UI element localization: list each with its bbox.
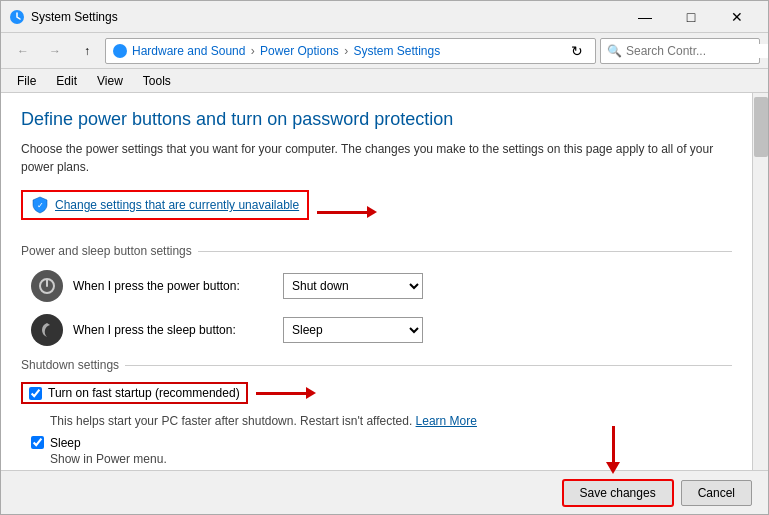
main-content: Define power buttons and turn on passwor…: [1, 93, 752, 470]
fast-startup-checkbox[interactable]: [29, 387, 42, 400]
minimize-button[interactable]: —: [622, 1, 668, 33]
addressbar: ← → ↑ Hardware and Sound › Power Options…: [1, 33, 768, 69]
shutdown-section: Shutdown settings Turn on fast startup (…: [21, 358, 732, 470]
svg-text:✓: ✓: [37, 201, 44, 210]
change-settings-row: ✓ Change settings that are currently una…: [21, 190, 732, 234]
breadcrumb-system[interactable]: System Settings: [354, 44, 441, 58]
path-icon: [112, 43, 128, 59]
refresh-button[interactable]: ↻: [565, 39, 589, 63]
search-input[interactable]: [626, 44, 769, 58]
change-link-text: Change settings that are currently unava…: [55, 198, 299, 212]
address-path: Hardware and Sound › Power Options › Sys…: [132, 44, 561, 58]
search-icon: 🔍: [607, 44, 622, 58]
scrollbar-track[interactable]: [752, 93, 768, 470]
power-section-label: Power and sleep button settings: [21, 244, 198, 258]
divider-line-2: [125, 365, 732, 366]
sleep-button-select[interactable]: Sleep Do nothing Hibernate Shut down Tur…: [283, 317, 423, 343]
fast-startup-highlighted: Turn on fast startup (recommended): [21, 382, 248, 404]
scrollbar-thumb[interactable]: [754, 97, 768, 157]
back-button[interactable]: ←: [9, 37, 37, 65]
power-button-select[interactable]: Shut down Do nothing Sleep Hibernate Tur…: [283, 273, 423, 299]
footer: Save changes Cancel: [1, 470, 768, 514]
power-button-setting: When I press the power button: Shut down…: [31, 270, 732, 302]
forward-button[interactable]: →: [41, 37, 69, 65]
system-settings-window: System Settings — □ ✕ ← → ↑ Hardware and…: [0, 0, 769, 515]
up-button[interactable]: ↑: [73, 37, 101, 65]
breadcrumb-power[interactable]: Power Options: [260, 44, 339, 58]
divider-line: [198, 251, 732, 252]
page-description: Choose the power settings that you want …: [21, 140, 732, 176]
breadcrumb-hardware[interactable]: Hardware and Sound: [132, 44, 245, 58]
fast-startup-desc: This helps start your PC faster after sh…: [50, 414, 732, 428]
menu-tools[interactable]: Tools: [135, 72, 179, 90]
sleep-checkbox-row: Sleep: [31, 436, 732, 450]
window-controls: — □ ✕: [622, 1, 760, 33]
power-button-icon: [31, 270, 63, 302]
learn-more-link[interactable]: Learn More: [416, 414, 477, 428]
sleep-button-setting: When I press the sleep button: Sleep Do …: [31, 314, 732, 346]
sleep-button-icon: [31, 314, 63, 346]
svg-point-1: [113, 44, 127, 58]
search-box[interactable]: 🔍: [600, 38, 760, 64]
sleep-checkbox-label: Sleep: [50, 436, 81, 450]
page-title: Define power buttons and turn on passwor…: [21, 109, 732, 130]
sleep-checkbox[interactable]: [31, 436, 44, 449]
menu-edit[interactable]: Edit: [48, 72, 85, 90]
sleep-button-label: When I press the sleep button:: [73, 323, 273, 337]
menu-view[interactable]: View: [89, 72, 131, 90]
cancel-button[interactable]: Cancel: [681, 480, 752, 506]
close-button[interactable]: ✕: [714, 1, 760, 33]
change-settings-link[interactable]: ✓ Change settings that are currently una…: [21, 190, 309, 220]
sleep-desc: Show in Power menu.: [50, 452, 732, 466]
annotation-arrow-right: [317, 206, 377, 218]
fast-startup-label: Turn on fast startup (recommended): [48, 386, 240, 400]
shutdown-divider: Shutdown settings: [21, 358, 732, 372]
window-title: System Settings: [31, 10, 622, 24]
shield-icon: ✓: [31, 196, 49, 214]
power-section-divider: Power and sleep button settings: [21, 244, 732, 258]
menubar: File Edit View Tools: [1, 69, 768, 93]
save-changes-button[interactable]: Save changes: [563, 480, 673, 506]
annotation-arrow-down: [606, 426, 620, 474]
window-icon: [9, 9, 25, 25]
content-area: Define power buttons and turn on passwor…: [1, 93, 768, 470]
power-button-label: When I press the power button:: [73, 279, 273, 293]
fast-startup-annotation-row: Turn on fast startup (recommended): [21, 382, 732, 404]
annotation-arrow-right-2: [256, 387, 316, 399]
titlebar: System Settings — □ ✕: [1, 1, 768, 33]
address-box[interactable]: Hardware and Sound › Power Options › Sys…: [105, 38, 596, 64]
shutdown-label: Shutdown settings: [21, 358, 125, 372]
maximize-button[interactable]: □: [668, 1, 714, 33]
menu-file[interactable]: File: [9, 72, 44, 90]
